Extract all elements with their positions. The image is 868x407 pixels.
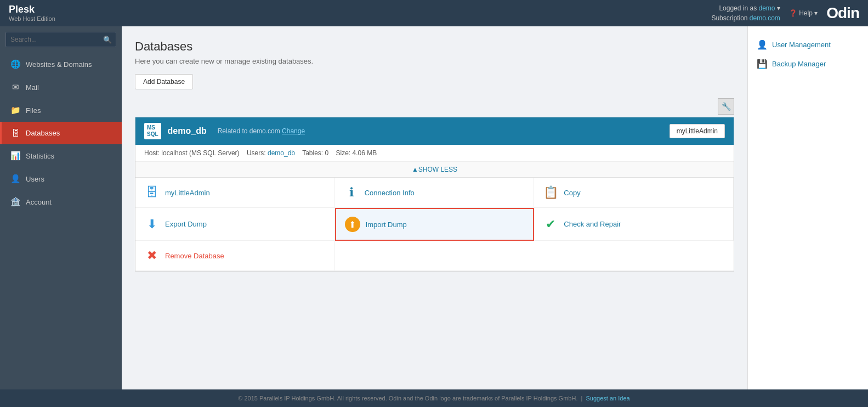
database-card: MS SQL demo_db Related to demo.com Chang… — [135, 117, 734, 272]
db-info-row: Host: localhost (MS SQL Server) Users: d… — [135, 145, 734, 162]
subscription-domain[interactable]: demo.com — [750, 14, 780, 22]
sidebar-search-container: 🔍 — [0, 26, 122, 53]
db-name: demo_db — [168, 126, 207, 136]
action-label: Remove Database — [165, 252, 224, 260]
sidebar-item-databases[interactable]: 🗄 Databases — [0, 122, 122, 144]
my-little-admin-icon: 🗄 — [144, 185, 160, 200]
sidebar-item-label: Websites & Domains — [26, 60, 92, 69]
statistics-icon: 📊 — [10, 151, 20, 161]
files-icon: 📁 — [10, 105, 20, 115]
connection-info-icon: ℹ — [344, 185, 359, 200]
sidebar-item-statistics[interactable]: 📊 Statistics — [0, 144, 122, 167]
suggest-idea-link[interactable]: Suggest an Idea — [586, 395, 630, 402]
sidebar-item-label: Statistics — [26, 152, 54, 160]
brand-name: Plesk — [9, 4, 55, 16]
footer-text: © 2015 Parallels IP Holdings GmbH. All r… — [238, 395, 577, 402]
backup-manager-link[interactable]: 💾 Backup Manager — [754, 54, 861, 74]
content-area: Databases Here you can create new or man… — [122, 26, 868, 389]
action-my-little-admin[interactable]: 🗄 myLittleAdmin — [135, 178, 335, 208]
user-management-link[interactable]: 👤 User Management — [754, 35, 861, 54]
help-button[interactable]: ❓ Help ▾ — [789, 9, 818, 17]
sidebar-item-files[interactable]: 📁 Files — [0, 99, 122, 122]
action-connection-info[interactable]: ℹ Connection Info — [335, 178, 535, 208]
action-label: Check and Repair — [564, 220, 621, 228]
show-less-row[interactable]: ▲ SHOW LESS — [135, 162, 734, 178]
action-label: myLittleAdmin — [165, 189, 210, 197]
db-related-text: Related to demo.com Change — [218, 127, 305, 135]
action-remove-database[interactable]: ✖ Remove Database — [135, 241, 335, 271]
user-management-icon: 👤 — [757, 39, 768, 50]
sidebar-item-label: Databases — [26, 129, 60, 137]
mssql-badge: MS SQL — [144, 123, 161, 139]
subscription-label: Subscription — [711, 14, 747, 22]
my-little-admin-header-button[interactable]: myLittleAdmin — [670, 124, 725, 138]
sidebar-item-users[interactable]: 👤 Users — [0, 167, 122, 190]
sidebar-item-label: Account — [26, 198, 52, 206]
action-export-dump[interactable]: ⬇ Export Dump — [135, 208, 335, 241]
add-database-button[interactable]: Add Database — [135, 74, 193, 89]
brand: Plesk Web Host Edition — [9, 4, 55, 23]
db-header-left: MS SQL demo_db Related to demo.com Chang… — [144, 123, 305, 139]
action-label: Export Dump — [165, 220, 207, 228]
import-dump-icon: ⬆ — [345, 217, 360, 232]
page-subtitle: Here you can create new or manage existi… — [135, 57, 734, 65]
sidebar-item-label: Mail — [26, 83, 39, 92]
db-host: Host: localhost (MS SQL Server) — [144, 149, 240, 157]
db-change-link[interactable]: Change — [282, 127, 305, 135]
sidebar-item-websites[interactable]: 🌐 Websites & Domains — [0, 53, 122, 76]
websites-icon: 🌐 — [10, 59, 20, 69]
sidebar-nav: 🌐 Websites & Domains ✉ Mail 📁 Files 🗄 Da… — [0, 53, 122, 389]
db-users-link[interactable]: demo_db — [268, 149, 295, 157]
sidebar-item-label: Files — [26, 106, 41, 115]
odin-logo: Odin — [826, 4, 859, 22]
footer: © 2015 Parallels IP Holdings GmbH. All r… — [0, 389, 868, 407]
brand-edition: Web Host Edition — [9, 15, 55, 22]
login-info: Logged in as demo ▾ Subscription demo.co… — [711, 3, 780, 23]
toolbar-row: 🔧 — [135, 98, 734, 115]
action-label: Connection Info — [365, 189, 415, 197]
empty-cell-2 — [534, 241, 734, 271]
topbar-right: Logged in as demo ▾ Subscription demo.co… — [711, 3, 859, 23]
main-layout: 🔍 🌐 Websites & Domains ✉ Mail 📁 Files 🗄 … — [0, 26, 868, 389]
search-input[interactable] — [5, 32, 116, 47]
page-title: Databases — [135, 39, 734, 54]
user-link[interactable]: demo — [758, 4, 775, 12]
action-label: Copy — [564, 189, 580, 197]
empty-cell-1 — [335, 241, 535, 271]
search-icon: 🔍 — [103, 36, 112, 44]
backup-manager-icon: 💾 — [757, 59, 768, 69]
account-icon: 🏦 — [10, 197, 20, 207]
db-tables: Tables: 0 — [302, 149, 328, 157]
action-import-dump[interactable]: ⬆ Import Dump — [335, 208, 535, 241]
users-icon: 👤 — [10, 174, 20, 184]
right-sidebar: 👤 User Management 💾 Backup Manager — [747, 26, 868, 389]
sidebar-item-account[interactable]: 🏦 Account — [0, 190, 122, 213]
main-content: Databases Here you can create new or man… — [122, 26, 747, 389]
remove-database-icon: ✖ — [144, 248, 160, 263]
action-copy[interactable]: 📋 Copy — [534, 178, 734, 208]
db-size: Size: 4.06 MB — [336, 149, 377, 157]
wrench-button[interactable]: 🔧 — [718, 98, 734, 115]
topbar: Plesk Web Host Edition Logged in as demo… — [0, 0, 868, 26]
databases-icon: 🗄 — [10, 128, 20, 138]
sidebar: 🔍 🌐 Websites & Domains ✉ Mail 📁 Files 🗄 … — [0, 26, 122, 389]
sidebar-item-label: Users — [26, 175, 44, 183]
copy-icon: 📋 — [543, 185, 558, 200]
action-grid: 🗄 myLittleAdmin ℹ Connection Info 📋 Copy… — [135, 178, 734, 271]
logged-in-label: Logged in as — [719, 4, 757, 12]
user-management-label: User Management — [772, 41, 831, 49]
sidebar-item-mail[interactable]: ✉ Mail — [0, 76, 122, 99]
export-dump-icon: ⬇ — [144, 217, 160, 231]
mail-icon: ✉ — [10, 82, 20, 92]
check-repair-icon: ✔ — [543, 217, 558, 231]
action-check-repair[interactable]: ✔ Check and Repair — [534, 208, 734, 241]
action-label: Import Dump — [366, 221, 407, 229]
backup-manager-label: Backup Manager — [772, 60, 826, 68]
db-users-label: Users: — [247, 149, 266, 157]
db-card-header: MS SQL demo_db Related to demo.com Chang… — [135, 117, 734, 145]
